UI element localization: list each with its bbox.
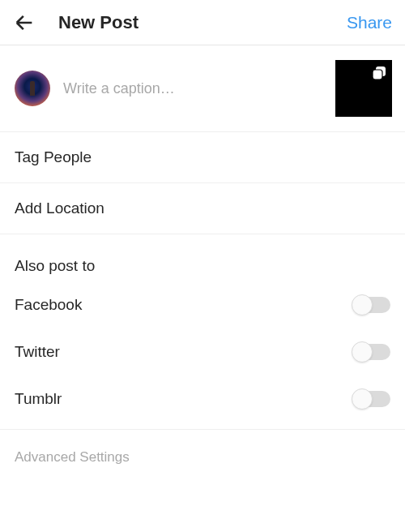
twitter-toggle[interactable]	[353, 344, 390, 360]
media-thumbnail[interactable]	[335, 60, 392, 117]
tumblr-label: Tumblr	[15, 390, 62, 408]
add-location-row[interactable]: Add Location	[0, 183, 405, 234]
share-button[interactable]: Share	[347, 13, 392, 32]
back-button[interactable]	[13, 11, 36, 34]
header: New Post Share	[0, 0, 405, 45]
tumblr-row: Tumblr	[0, 375, 405, 423]
svg-rect-1	[373, 70, 382, 79]
facebook-toggle[interactable]	[353, 297, 390, 313]
caption-input[interactable]	[50, 80, 335, 97]
twitter-row: Twitter	[0, 328, 405, 375]
spacer	[0, 234, 405, 241]
advanced-settings-row[interactable]: Advanced Settings	[0, 435, 405, 480]
facebook-row: Facebook	[0, 281, 405, 328]
avatar	[15, 71, 50, 106]
tumblr-toggle[interactable]	[353, 391, 390, 407]
facebook-label: Facebook	[15, 296, 82, 314]
arrow-left-icon	[13, 11, 36, 34]
twitter-label: Twitter	[15, 343, 60, 361]
page-title: New Post	[58, 12, 347, 33]
tag-people-row[interactable]: Tag People	[0, 132, 405, 183]
also-post-to-label: Also post to	[0, 241, 405, 281]
multi-post-icon	[370, 64, 388, 82]
compose-row	[0, 45, 405, 132]
